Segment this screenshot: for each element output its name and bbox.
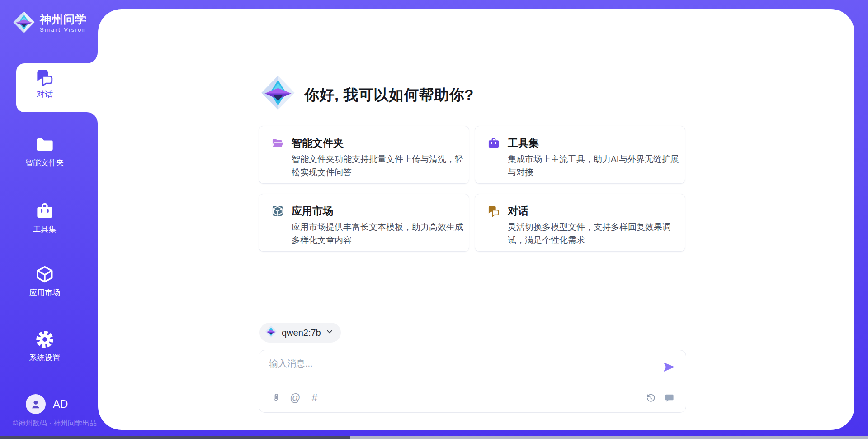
mention-button[interactable]: @ [289,392,301,404]
horizontal-scrollbar [0,436,868,439]
attach-file-button[interactable] [270,392,282,404]
sidebar-item-label: 智能文件夹 [15,157,74,168]
chevron-down-icon [326,328,334,338]
brand-subtitle: Smart Vision [40,26,87,33]
user-initials: AD [53,398,68,410]
hash-button[interactable]: # [309,392,321,404]
sidebar-item-label: 系统设置 [15,353,74,363]
folder-open-icon [271,137,284,151]
cube-grid-icon [271,205,284,219]
card-chat[interactable]: 对话 灵活切换多模型文件，支持多样回复效果调试，满足个性化需求 [475,194,685,252]
folder-icon [15,135,74,154]
card-title: 应用市场 [292,204,333,218]
avatar [26,394,46,414]
chat-icon [487,205,500,219]
paperclip-icon [271,393,281,403]
chat-icon[interactable] [35,68,54,89]
toolbox-icon [15,201,74,220]
greeting-diamond-icon [260,75,296,113]
composer-divider [267,387,678,387]
sidebar-item-app-market[interactable]: 应用市场 [15,265,74,298]
model-selector[interactable]: qwen2:7b [259,323,341,343]
card-smart-folder[interactable]: 智能文件夹 智能文件夹功能支持批量文件上传与清洗，轻松实现文件问答 [259,126,469,184]
card-description: 应用市场提供丰富长文本模板，助力高效生成多样化文章内容 [292,220,464,247]
history-button[interactable] [645,392,656,404]
sidebar-item-toolset[interactable]: 工具集 [15,201,74,234]
brand-name: 神州问学 [40,13,87,26]
message-composer: @ # [259,350,686,413]
chat-bubble-icon [664,393,675,403]
toolbox-icon [487,137,500,151]
active-tab-background[interactable] [16,52,99,123]
card-description: 集成市场上主流工具，助力AI与外界无缝扩展与对接 [508,153,680,179]
message-input[interactable] [269,358,576,381]
card-description: 灵活切换多模型文件，支持多样回复效果调试，满足个性化需求 [508,220,680,247]
card-title: 智能文件夹 [292,136,344,150]
card-title: 对话 [508,204,528,218]
model-diamond-icon [265,325,277,340]
sidebar-item-settings[interactable]: 系统设置 [15,330,74,363]
card-description: 智能文件夹功能支持批量文件上传与清洗，轻松实现文件问答 [292,153,464,179]
sidebar-item-smart-folder[interactable]: 智能文件夹 [15,135,74,168]
chat-log-button[interactable] [663,392,675,404]
user-profile[interactable]: AD [26,394,68,414]
brand: 神州问学 Smart Vision [13,10,87,36]
greeting-text: 你好, 我可以如何帮助你? [304,85,474,105]
card-toolset[interactable]: 工具集 集成市场上主流工具，助力AI与外界无缝扩展与对接 [475,126,685,184]
sidebar-item-chat[interactable]: 对话 [27,89,63,100]
model-name: qwen2:7b [282,328,321,338]
sidebar-item-label: 应用市场 [15,287,74,298]
card-title: 工具集 [508,136,539,150]
send-button[interactable] [662,360,676,374]
history-icon [646,393,656,403]
main-panel: 你好, 我可以如何帮助你? 智能文件夹 智能文件夹功能支持批量文件上传与清洗，轻… [98,9,854,430]
sidebar-footer-text: ©神州数码 · 神州问学出品 [13,419,99,428]
scrollbar-thumb[interactable] [0,436,350,439]
cube-icon [15,265,74,284]
sidebar-item-label: 工具集 [15,224,74,234]
brand-diamond-icon [13,10,35,36]
gear-icon [15,330,74,349]
send-icon [663,361,675,373]
card-app-market[interactable]: 应用市场 应用市场提供丰富长文本模板，助力高效生成多样化文章内容 [259,194,469,252]
sidebar: 神州问学 Smart Vision 对话 智能文件夹 工具集 [0,0,98,439]
